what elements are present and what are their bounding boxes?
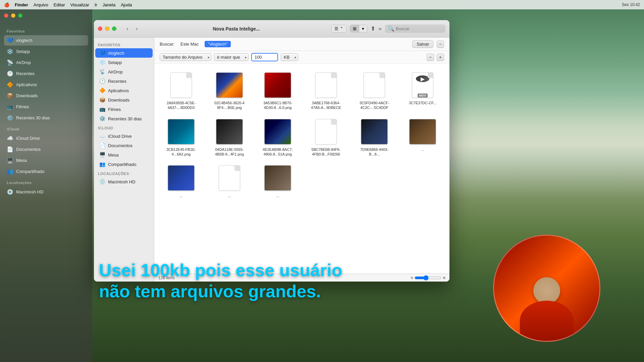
sidebar-setapp[interactable]: ❄️ Setapp (95, 58, 153, 67)
toolbar-icons: ☰ ⌃ ⊞ ▾ ⬆ » 🔍 (331, 24, 445, 33)
list-item[interactable]: ... (256, 163, 299, 199)
sidebar-downloads[interactable]: 📦 Downloads (95, 95, 153, 105)
minimize-button[interactable] (105, 26, 109, 31)
view-dropdown-button[interactable]: ▾ (359, 25, 367, 32)
remove-filter-button[interactable]: − (437, 41, 444, 48)
list-item[interactable]: ... (160, 163, 203, 199)
item-count: 128 itens (158, 276, 175, 280)
sidebar-item-recentes30[interactable]: ⚙️ Recentes 30 dias (4, 113, 88, 123)
list-item[interactable]: 3C5FD490-4ACF-4C2C-...5C4DDF (353, 70, 396, 112)
field-select[interactable]: Tamanho do Arquivo (160, 53, 211, 61)
sidebar-downloads-text: Downloads (108, 98, 129, 103)
finder-menu[interactable]: Finder (15, 2, 28, 7)
image-thumbnail (361, 119, 388, 144)
sidebar-item-mesa[interactable]: 🖥️ Mesa (4, 155, 88, 166)
file-icon-f5 (361, 72, 388, 99)
forward-button[interactable]: › (132, 24, 141, 33)
mesa-icon: 🖥️ (7, 157, 13, 164)
save-button[interactable]: Salvar (412, 40, 433, 48)
buscar-label: Buscar: (160, 42, 174, 47)
list-item[interactable]: ... (401, 117, 444, 158)
list-item[interactable]: 3ABE1768-6364-47A6-A...9DBECE (305, 70, 347, 112)
unit-select[interactable]: KB (281, 53, 298, 61)
image-thumbnail (409, 119, 436, 144)
file-icon-f10 (313, 118, 339, 145)
list-item[interactable]: 3A53B6C1-9B70-4D30-8...6-0.png (256, 70, 299, 112)
ajuda-menu[interactable]: Ajuda (121, 2, 132, 7)
maximize-button[interactable] (112, 26, 116, 31)
minimize-button-ds[interactable] (11, 13, 15, 18)
sidebar-comp-text: Compartilhado (108, 162, 137, 167)
content-area: Buscar: Este Mac "vlogtech" Salvar − Tam… (154, 38, 449, 282)
sidebar-airdrop[interactable]: 📡 AirDrop (95, 67, 153, 76)
sidebar-icloud-icon: ☁️ (99, 133, 105, 139)
apple-menu[interactable]: 🍎 (4, 2, 9, 7)
list-item[interactable]: ▶ MOV 3C7E37DC-CF... (401, 70, 444, 112)
ir-menu[interactable]: Ir (95, 2, 97, 7)
list-item[interactable]: 04DA118E-5555-4B5B-9...4F1.png (208, 117, 251, 158)
criteria-value-input[interactable] (251, 53, 278, 61)
sidebar-compartilhado[interactable]: 👥 Compartilhado (95, 160, 153, 169)
sidebar-item-vlogtech[interactable]: 💙 vlogtech (4, 35, 88, 46)
remove-criteria-button[interactable]: − (427, 54, 434, 61)
localizacoes-section-label: Localizações (4, 177, 88, 186)
sidebar-icloud-drive[interactable]: ☁️ iCloud Drive (95, 131, 153, 141)
sidebar-macintosh-hd[interactable]: 💿 Macintosh HD (95, 177, 153, 186)
list-item[interactable]: 5BC78E6B-84F6-4FB0-B...F08266 (305, 117, 347, 158)
list-item[interactable]: 02C4B456-3620-49F4-...B5E.png (208, 70, 251, 112)
sidebar-item-macintosh-hd[interactable]: 💿 Macintosh HD (4, 187, 88, 197)
sidebar-recentes30[interactable]: ⚙️ Recentes 30 dias (95, 114, 153, 123)
sidebar-filmes[interactable]: 📺 Filmes (95, 105, 153, 114)
operator-select[interactable]: é maior que (214, 53, 249, 61)
nav-buttons: ‹ › (123, 24, 141, 33)
list-view-button[interactable]: ☰ ⌃ (332, 25, 346, 32)
file-name-f13: ... (179, 193, 182, 198)
sidebar-recentes30-label: Recentes 30 dias (16, 115, 50, 120)
close-button[interactable] (98, 26, 102, 31)
sidebar-item-airdrop[interactable]: 📡 AirDrop (4, 57, 88, 68)
sidebar-mesa[interactable]: 🖥️ Mesa (95, 150, 153, 160)
search-bar[interactable]: 🔍 (385, 24, 445, 33)
zoom-out-icon[interactable]: ⊖ (411, 276, 413, 280)
sidebar-item-downloads[interactable]: 📦 Downloads (4, 90, 88, 101)
list-item[interactable]: 3CB12E45-FB1E-4...6A2.png (160, 117, 203, 158)
arquivo-menu[interactable]: Arquivo (34, 2, 48, 7)
sidebar-item-setapp[interactable]: ❄️ Setapp (4, 46, 88, 57)
add-criteria-button[interactable]: + (437, 54, 444, 61)
janela-menu[interactable]: Janela (103, 2, 115, 7)
list-item[interactable]: ... (208, 163, 251, 199)
sidebar-compartilhado-label: Compartilhado (16, 169, 45, 174)
sidebar-item-recentes[interactable]: 🕐 Recentes (4, 68, 88, 79)
sidebar-hd-text: Macintosh HD (108, 179, 136, 184)
zoom-in-icon[interactable]: ⊕ (443, 276, 445, 280)
scope-vlogtech-button[interactable]: "vlogtech" (205, 41, 231, 47)
sidebar-vlogtech[interactable]: 💙 vlogtech (95, 48, 153, 58)
search-input[interactable] (396, 26, 443, 31)
sidebar-vlogtech-icon: 💙 (99, 50, 105, 56)
sidebar-item-compartilhado[interactable]: 👥 Compartilhado (4, 166, 88, 177)
close-button-ds[interactable] (4, 13, 8, 18)
back-button[interactable]: ‹ (123, 24, 132, 33)
editar-menu[interactable]: Editar (54, 2, 65, 7)
scope-mac-button[interactable]: Este Mac (178, 41, 201, 47)
sidebar-item-icloud-drive[interactable]: ☁️ iCloud Drive (4, 133, 88, 143)
maximize-button-ds[interactable] (18, 13, 22, 18)
sidebar-item-filmes[interactable]: 📺 Filmes (4, 102, 88, 112)
menu-bar-time: Sex 10:42 (622, 2, 640, 7)
list-item[interactable]: 4E2EAB9B-8AC7-4806-8...51A.png (256, 117, 299, 158)
sidebar-comp-icon: 👥 (99, 161, 105, 167)
icon-view-button[interactable]: ⊞ (350, 25, 359, 32)
list-item[interactable]: 2A84365B-4C5E-4A37-...8D0DD3 (160, 70, 203, 112)
more-icon[interactable]: » (379, 25, 382, 32)
sidebar-aplicativos[interactable]: 🔶 Aplicativos (95, 86, 153, 95)
sidebar-recentes[interactable]: 🕐 Recentes (95, 76, 153, 86)
sidebar-aplicativos-icon: 🔶 (99, 87, 105, 94)
share-icon[interactable]: ⬆ (371, 25, 375, 32)
sidebar-documentos[interactable]: 📄 Documentos (95, 141, 153, 150)
sidebar-item-documentos[interactable]: 📄 Documentos (4, 144, 88, 155)
sidebar-item-aplicativos[interactable]: 🔶 Aplicativos (4, 79, 88, 90)
zoom-range-input[interactable] (415, 275, 441, 281)
sidebar-airdrop-label: AirDrop (16, 60, 31, 65)
list-item[interactable]: 7D9E6866-4403-B...8... (353, 117, 396, 158)
visualizar-menu[interactable]: Visualizar (70, 2, 89, 7)
